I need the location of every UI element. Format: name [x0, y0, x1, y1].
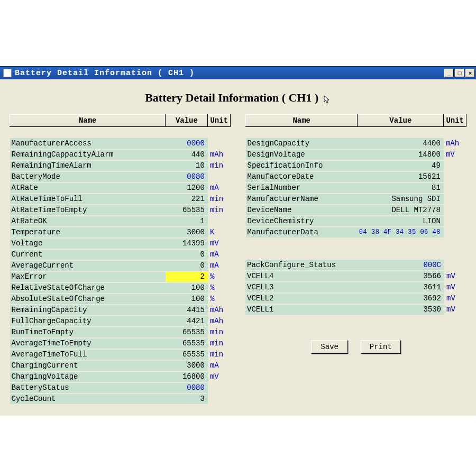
cell-value[interactable]: 0 — [166, 260, 208, 271]
cell-value[interactable]: 14399 — [166, 238, 208, 249]
cell-name: RemainingCappacityAlarm — [10, 149, 166, 160]
cell-name: ManufacturerAccess — [10, 138, 166, 149]
table-row: DesignVoltage14800mV — [246, 149, 466, 160]
cell-value[interactable]: 2 — [166, 271, 208, 282]
cell-value[interactable]: 10 — [166, 160, 208, 171]
cell-name: RemainingCapacity — [10, 305, 166, 316]
cell-value[interactable]: 3 — [166, 393, 208, 405]
table-row: ChargingCurrent3000mA — [10, 360, 231, 371]
cell-value[interactable]: 16800 — [166, 371, 208, 382]
cell-unit: mAh — [208, 149, 231, 160]
cell-name: AtRateOK — [10, 216, 166, 227]
cell-unit: min — [208, 194, 231, 205]
cell-name: ManufacturerData — [246, 227, 358, 238]
cell-unit: min — [208, 205, 231, 216]
print-button[interactable]: Print — [361, 340, 401, 354]
maximize-button[interactable]: □ — [455, 69, 464, 77]
cell-name: Voltage — [10, 238, 166, 249]
app-icon — [3, 69, 12, 77]
cell-value[interactable]: 0080 — [166, 171, 208, 182]
cell-unit: mV — [444, 304, 466, 315]
cell-value[interactable]: 0080 — [166, 382, 208, 393]
cell-value[interactable]: 1200 — [166, 182, 208, 194]
cell-unit: min — [208, 327, 231, 338]
table-row: RemainingTimeAlarm10min — [10, 160, 231, 171]
table-row: AtRateTimeToEmpty65535min — [10, 205, 231, 216]
cell-value[interactable]: 3000 — [166, 227, 208, 238]
cell-name: CycleCount — [10, 393, 166, 405]
cell-value[interactable]: 0 — [166, 249, 208, 260]
cell-name: AtRateTimeToFull — [10, 194, 166, 205]
cell-value[interactable]: 3611 — [386, 282, 444, 293]
table-row: ManufacturerData04 38 4F 34 35 06 48 — [246, 227, 466, 238]
cell-unit: mA — [208, 182, 231, 194]
cell-name: SerialNumber — [246, 182, 358, 194]
header-value: Value — [166, 115, 208, 127]
minimize-button[interactable]: _ — [444, 69, 454, 77]
cell-unit — [208, 216, 231, 227]
cell-value[interactable]: 65535 — [166, 205, 208, 216]
cell-value[interactable]: 3530 — [386, 304, 444, 315]
cell-name: ManufactoreDate — [246, 171, 358, 182]
cell-unit — [444, 194, 466, 205]
cell-value[interactable]: 4421 — [166, 316, 208, 327]
cell-unit: mV — [208, 371, 231, 382]
cell-name: VCELL2 — [245, 293, 386, 304]
table-row: VCELL43566mV — [245, 271, 466, 282]
cell-unit — [444, 227, 466, 238]
cell-value[interactable]: 65535 — [166, 338, 208, 349]
cell-unit: mA — [208, 260, 231, 271]
cell-name: ChargingVoltage — [10, 371, 166, 382]
cell-value[interactable]: 65535 — [166, 349, 208, 360]
cell-unit: min — [208, 349, 231, 360]
cell-value[interactable]: 100 — [166, 294, 208, 305]
cell-unit: mV — [444, 149, 466, 160]
window: Battery Detail Information ( CH1 ) _ □ ×… — [0, 66, 476, 416]
header-name: Name — [246, 115, 358, 127]
table-row: AbsoluteStateOfCharge100% — [10, 294, 231, 305]
cell-value[interactable]: DELL MT2778 — [358, 205, 444, 216]
header-value: Value — [358, 115, 444, 127]
cell-value[interactable]: 14800 — [358, 149, 444, 160]
cell-value[interactable]: 100 — [166, 282, 208, 294]
cell-value[interactable]: 3692 — [386, 293, 444, 304]
table-row: DesignCapacity4400mAh — [246, 138, 466, 149]
cell-value[interactable]: 15621 — [358, 171, 444, 182]
cell-unit — [444, 160, 466, 171]
table-row: VCELL23692mV — [245, 293, 466, 304]
cell-value[interactable]: 1 — [166, 216, 208, 227]
cell-unit — [444, 260, 466, 271]
table-row: RemainingCappacityAlarm440mAh — [10, 149, 231, 160]
close-button[interactable]: × — [465, 69, 475, 77]
cell-unit: mV — [444, 293, 466, 304]
table-row: AtRateTimeToFull221min — [10, 194, 231, 205]
cell-value[interactable]: 440 — [166, 149, 208, 160]
titlebar[interactable]: Battery Detail Information ( CH1 ) _ □ × — [0, 67, 476, 79]
cell-value[interactable]: 0000 — [166, 138, 208, 149]
cell-name: DesignVoltage — [246, 149, 358, 160]
save-button[interactable]: Save — [311, 340, 348, 354]
cell-value[interactable]: 3566 — [386, 271, 444, 282]
table-row: ManufacturerAccess0000 — [10, 138, 231, 149]
cell-value[interactable]: 4415 — [166, 305, 208, 316]
cell-value[interactable]: LION — [358, 216, 444, 227]
cell-name: VCELL1 — [245, 304, 386, 315]
cell-name: FullChargeCapacity — [10, 316, 166, 327]
cell-name: PackConfigure_Status — [245, 260, 386, 271]
cell-name: RelativeStateOfCharge — [10, 282, 166, 294]
cell-value[interactable]: 04 38 4F 34 35 06 48 — [358, 227, 444, 238]
header-unit: Unit — [208, 115, 231, 127]
table-row: RelativeStateOfCharge100% — [10, 282, 231, 294]
cell-unit — [444, 171, 466, 182]
cell-value[interactable]: 221 — [166, 194, 208, 205]
cell-value[interactable]: 000C — [386, 260, 444, 271]
header-name: Name — [10, 115, 166, 127]
cell-unit: % — [208, 271, 231, 282]
cell-value[interactable]: 49 — [358, 160, 444, 171]
cell-value[interactable]: 81 — [358, 182, 444, 194]
cell-value[interactable]: 3000 — [166, 360, 208, 371]
cell-unit — [444, 216, 466, 227]
cell-value[interactable]: 65535 — [166, 327, 208, 338]
cell-value[interactable]: Samsung SDI — [358, 194, 444, 205]
cell-value[interactable]: 4400 — [358, 138, 444, 149]
